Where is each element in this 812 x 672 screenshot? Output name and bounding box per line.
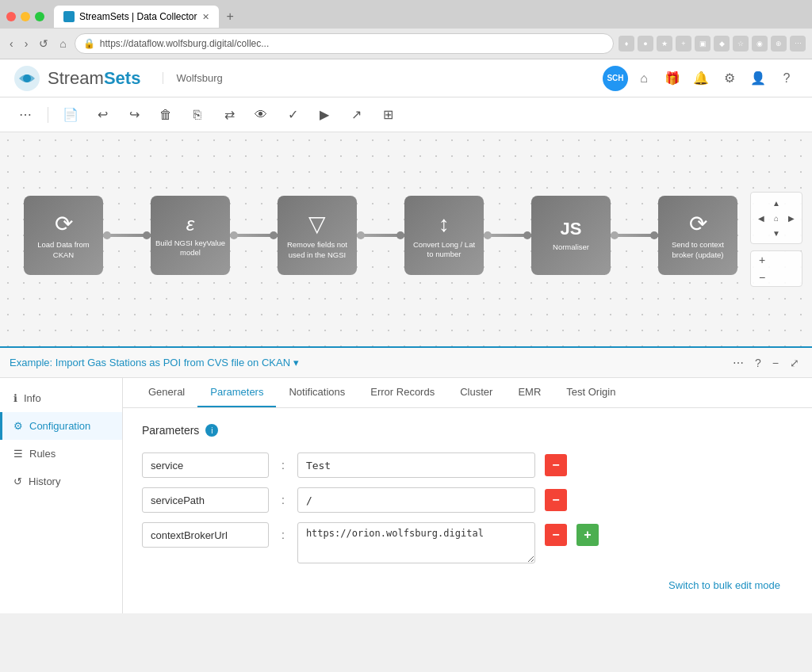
svg-point-1 [23,74,31,82]
node-remove-fields[interactable]: ▽ Remove fields not used in the NGSI [278,196,357,275]
param-row-service: : − [142,452,793,478]
node-normaliser[interactable]: JS Normaliser [531,196,611,275]
param-key-contextbroker[interactable] [142,522,269,548]
ext-icon-4[interactable]: + [676,36,691,52]
ext-icon-3[interactable]: ★ [657,36,672,52]
pipeline-title-arrow[interactable]: ▾ [293,357,299,368]
node-label-normaliser: Normaliser [548,242,594,252]
sidebar-item-info-label: Info [24,392,41,404]
pipeline-canvas: ⟳ Load Data from CKAN ε Build NGSI keyVa… [0,132,812,346]
toolbar: ⋯ 📄 ↩ ↪ 🗑 ⎘ ⇄ 👁 ✓ ▶ ↗ ⊞ [0,97,812,132]
panel-minimize-btn[interactable]: − [769,355,782,371]
window-controls [6,12,44,21]
ext-icon-2[interactable]: ● [638,36,653,52]
home-btn[interactable]: ⌂ [56,36,69,52]
home-nav-btn[interactable]: ⌂ [631,66,657,91]
redo-btn[interactable]: ↪ [121,102,147,128]
sidebar-item-info[interactable]: ℹ Info [0,384,122,412]
sidebar-item-configuration[interactable]: ⚙ Configuration [0,412,122,440]
url-bar[interactable]: 🔒 https://dataflow.wolfsburg.digital/col… [75,33,614,54]
params-content: Parameters i : − : − [123,408,812,613]
ext-icon-8[interactable]: ◉ [752,36,768,52]
param-value-contextbroker[interactable]: https://orion.wolfsburg.digital [297,522,535,563]
logo-area: StreamSets [13,64,140,93]
pipeline-title[interactable]: Example: Import Gas Stations as POI from… [10,357,290,368]
tabs-bar: General Parameters Notifications Error R… [123,378,812,408]
sch-badge[interactable]: SCH [603,66,628,91]
param-key-servicepath[interactable] [142,487,269,513]
tab-notifications[interactable]: Notifications [276,378,358,407]
shuffle-btn[interactable]: ⇄ [216,102,242,128]
param-remove-contextbroker-btn[interactable]: − [545,524,567,546]
tab-general[interactable]: General [136,378,197,407]
reload-btn[interactable]: ↺ [36,36,52,52]
param-value-servicepath[interactable] [297,487,535,513]
tab-parameters[interactable]: Parameters [197,378,276,407]
gift-btn[interactable]: 🎁 [660,66,685,91]
duplicate-btn[interactable]: ⎘ [185,102,210,128]
ext-icon-10[interactable]: ⋯ [790,36,806,52]
close-window-btn[interactable] [6,12,16,21]
app-logo-text: StreamSets [48,68,140,89]
more-btn[interactable]: ⋯ [13,102,38,128]
nav-center-btn[interactable]: ⌂ [769,211,783,225]
app-header: StreamSets Wolfsburg SCH ⌂ 🎁 🔔 ⚙ 👤 ? [0,59,812,97]
nav-right-btn[interactable]: ▶ [784,211,799,225]
nav-down-btn[interactable]: ▼ [769,226,783,240]
panel-more-btn[interactable]: ⋯ [730,355,747,371]
settings-btn[interactable]: ⚙ [717,66,742,91]
forward-btn[interactable]: › [21,36,32,52]
browser-tab[interactable]: StreamSets | Data Collector ✕ [54,6,219,28]
rules-icon-sidebar: ☰ [13,448,23,460]
param-remove-servicepath-btn[interactable]: − [545,489,567,511]
logo-sets: Sets [104,68,140,88]
tab-close-btn[interactable]: ✕ [202,12,209,22]
tab-emr[interactable]: EMR [505,378,553,407]
delete-btn[interactable]: 🗑 [153,102,178,128]
user-btn[interactable]: 👤 [745,66,771,91]
ext-icon-1[interactable]: ♦ [619,36,634,52]
tab-error-records[interactable]: Error Records [358,378,447,407]
sidebar-item-history[interactable]: ↺ History [0,468,122,495]
notifications-btn[interactable]: 🔔 [688,66,714,91]
tab-cluster[interactable]: Cluster [447,378,505,407]
new-pipeline-btn[interactable]: 📄 [58,102,83,128]
maximize-window-btn[interactable] [35,12,44,21]
run-btn[interactable]: ▶ [312,102,337,128]
ext-icon-9[interactable]: ⊕ [771,36,787,52]
minimize-window-btn[interactable] [21,12,30,21]
new-tab-btn[interactable]: + [222,10,239,24]
tab-test-origin[interactable]: Test Origin [553,378,628,407]
nav-up-btn[interactable]: ▲ [769,196,783,210]
toolbar-separator-1 [48,107,48,123]
apps-btn[interactable]: ⊞ [375,102,400,128]
panel-help-btn[interactable]: ? [752,355,764,371]
zoom-in-btn[interactable]: + [751,251,773,269]
ext-icon-7[interactable]: ☆ [733,36,749,52]
node-send-context[interactable]: ⟳ Send to context broker (update) [658,196,737,275]
param-key-service[interactable] [142,452,269,478]
back-btn[interactable]: ‹ [6,36,17,52]
undo-btn[interactable]: ↩ [90,102,115,128]
nav-pad-empty-bl [754,226,768,240]
panel-expand-btn[interactable]: ⤢ [787,355,802,371]
pipe-arrow-5 [611,234,658,237]
ext-icon-6[interactable]: ◆ [714,36,730,52]
zoom-out-btn[interactable]: − [751,269,773,286]
node-load-data[interactable]: ⟳ Load Data from CKAN [24,196,103,275]
node-convert[interactable]: ↕ Convert Long / Lat to number [404,196,484,275]
share-btn[interactable]: ↗ [343,102,369,128]
param-add-btn[interactable]: + [576,524,599,546]
params-info-icon[interactable]: i [205,424,218,437]
param-remove-service-btn[interactable]: − [545,454,567,476]
preview-btn[interactable]: 👁 [248,102,274,128]
nav-left-btn[interactable]: ◀ [754,211,768,225]
param-value-service[interactable] [297,452,535,478]
bulk-edit-link[interactable]: Switch to bulk edit mode [142,573,793,598]
ext-icon-5[interactable]: ▣ [695,36,710,52]
param-row-contextbroker: : https://orion.wolfsburg.digital − + [142,522,793,563]
validate-btn[interactable]: ✓ [280,102,305,128]
help-btn[interactable]: ? [774,66,799,91]
sidebar-item-rules[interactable]: ☰ Rules [0,440,122,468]
node-build-ngsi[interactable]: ε Build NGSI keyValue model [151,196,230,275]
